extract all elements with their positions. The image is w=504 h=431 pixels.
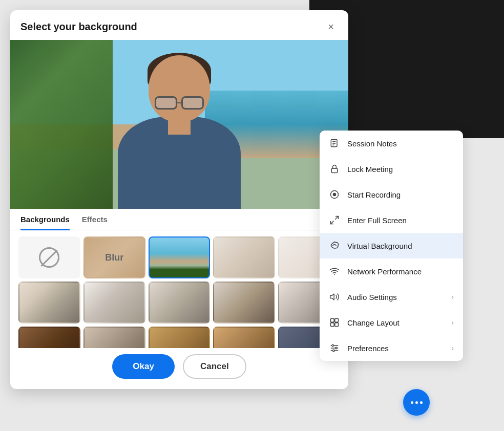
- svg-point-9: [334, 274, 335, 275]
- okay-button[interactable]: Okay: [112, 354, 175, 379]
- dialog-footer: Okay Cancel: [10, 348, 348, 389]
- close-button[interactable]: ×: [324, 19, 338, 34]
- change-layout-arrow: ›: [451, 318, 454, 327]
- person-head: [149, 55, 210, 122]
- menu-item-virtual-background[interactable]: Virtual Background: [320, 233, 463, 258]
- virtual-bg-icon: [329, 240, 340, 251]
- menu-item-lock-meeting[interactable]: Lock Meeting: [320, 156, 463, 182]
- menu-item-start-recording[interactable]: Start Recording: [320, 182, 463, 207]
- network-icon: [329, 266, 340, 277]
- svg-rect-14: [335, 323, 339, 327]
- lock-meeting-label: Lock Meeting: [347, 165, 454, 174]
- start-recording-label: Start Recording: [347, 190, 454, 199]
- thumb-room5[interactable]: [149, 282, 211, 324]
- thumbnails-grid: Blur: [10, 230, 348, 348]
- thumb-room1[interactable]: [213, 236, 275, 278]
- menu-item-session-notes[interactable]: Session Notes: [320, 131, 463, 156]
- lock-icon: [329, 163, 340, 175]
- menu-item-enter-full-screen[interactable]: Enter Full Screen: [320, 207, 463, 233]
- thumb-room9[interactable]: [83, 327, 145, 348]
- context-menu: Session Notes Lock Meeting Start Recordi…: [320, 131, 463, 361]
- glasses-right: [181, 96, 204, 110]
- no-background-icon: [39, 247, 59, 268]
- svg-point-19: [335, 347, 337, 349]
- svg-rect-12: [335, 319, 339, 322]
- svg-point-18: [332, 344, 333, 346]
- thumb-library[interactable]: [149, 327, 211, 348]
- menu-item-network-performance[interactable]: Network Performance: [320, 258, 463, 284]
- cancel-button[interactable]: Cancel: [183, 354, 246, 379]
- thumb-room8[interactable]: [18, 327, 80, 348]
- svg-rect-11: [331, 319, 334, 322]
- svg-line-8: [331, 221, 334, 224]
- notes-icon: [329, 138, 340, 149]
- record-icon: [329, 189, 340, 200]
- prefs-icon: [329, 342, 340, 354]
- tabs-area: Backgrounds Effects: [10, 209, 348, 230]
- dot-2: [415, 401, 418, 404]
- session-notes-label: Session Notes: [347, 139, 454, 148]
- dot-3: [420, 401, 423, 404]
- tab-backgrounds[interactable]: Backgrounds: [20, 209, 70, 230]
- more-dots: [411, 401, 423, 404]
- menu-item-preferences[interactable]: Preferences ›: [320, 335, 463, 361]
- thumb-beach[interactable]: [149, 236, 211, 278]
- preview-area: [10, 40, 348, 209]
- layout-icon: [329, 317, 340, 328]
- enter-full-screen-label: Enter Full Screen: [347, 216, 454, 225]
- menu-item-change-layout[interactable]: Change Layout ›: [320, 310, 463, 335]
- thumb-none[interactable]: [18, 236, 80, 278]
- preferences-arrow: ›: [451, 344, 454, 352]
- svg-point-6: [333, 193, 337, 197]
- glasses-left: [155, 96, 177, 110]
- svg-marker-10: [330, 294, 334, 300]
- menu-item-audio-settings[interactable]: Audio Settings ›: [320, 284, 463, 310]
- svg-rect-13: [331, 323, 334, 327]
- svg-line-7: [335, 217, 339, 220]
- dialog-header: Select your background ×: [10, 10, 348, 40]
- audio-icon: [329, 291, 340, 303]
- more-button[interactable]: [403, 389, 430, 416]
- thumb-room4[interactable]: [83, 282, 145, 324]
- svg-rect-4: [331, 168, 338, 173]
- dialog-title: Select your background: [20, 21, 137, 33]
- blur-label: Blur: [105, 252, 123, 263]
- dot-1: [411, 401, 413, 404]
- audio-settings-label: Audio Settings: [347, 293, 444, 301]
- virtual-background-label: Virtual Background: [347, 242, 454, 250]
- thumb-room6[interactable]: [213, 282, 275, 324]
- thumb-blur[interactable]: Blur: [83, 236, 145, 278]
- network-performance-label: Network Performance: [347, 267, 454, 276]
- change-layout-label: Change Layout: [347, 318, 444, 327]
- background-selection-dialog: Select your background × Backgrounds Eff…: [10, 10, 348, 389]
- svg-point-20: [333, 350, 334, 351]
- audio-settings-arrow: ›: [451, 293, 454, 301]
- tab-effects[interactable]: Effects: [82, 209, 108, 230]
- thumb-books[interactable]: [213, 327, 275, 348]
- person-glasses: [154, 96, 205, 111]
- person-preview: [97, 45, 261, 209]
- thumb-room3[interactable]: [18, 282, 80, 324]
- preferences-label: Preferences: [347, 344, 444, 353]
- fullscreen-icon: [329, 214, 340, 226]
